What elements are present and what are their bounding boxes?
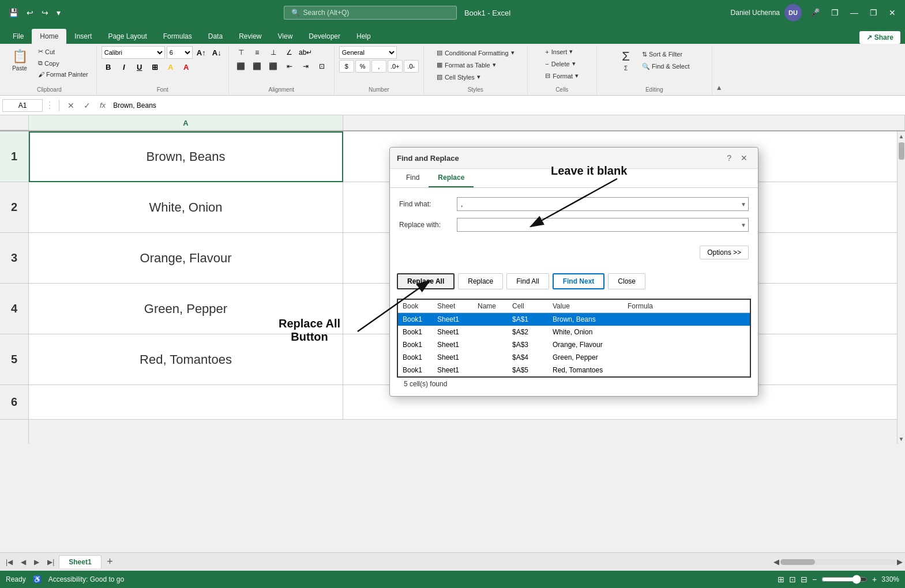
zoom-out-button[interactable]: −	[812, 575, 817, 584]
options-button[interactable]: Options >>	[700, 246, 749, 259]
cell-styles-button[interactable]: ▧ Cell Styles ▾	[433, 71, 519, 82]
find-next-button[interactable]: Find Next	[553, 273, 605, 289]
row-header-2[interactable]: 2	[0, 182, 28, 233]
cell-reference-box[interactable]	[2, 99, 43, 112]
decrease-indent-button[interactable]: ⇤	[282, 60, 297, 73]
scroll-down-arrow[interactable]: ▼	[897, 434, 905, 444]
collapse-ribbon-button[interactable]: ▲	[715, 82, 724, 95]
find-dropdown-arrow[interactable]: ▼	[741, 201, 746, 208]
find-replace-dialog[interactable]: Find and Replace ? ✕ Find Replace Find w…	[389, 147, 758, 397]
scroll-up-arrow[interactable]: ▲	[897, 131, 905, 141]
undo-button[interactable]: ↩	[24, 7, 36, 18]
scroll-track-h[interactable]	[780, 559, 896, 565]
last-sheet-button[interactable]: ▶|	[44, 557, 58, 567]
grow-font-button[interactable]: A↑	[194, 46, 208, 59]
result-row-4[interactable]: Book1 Sheet1 $A$5 Red, Tomantoes	[398, 364, 750, 376]
normal-view-button[interactable]: ⊞	[778, 575, 784, 584]
format-as-table-button[interactable]: ▦ Format as Table ▾	[433, 59, 519, 70]
next-sheet-button[interactable]: ▶	[31, 557, 43, 567]
search-box[interactable]: 🔍	[284, 6, 457, 20]
left-align-button[interactable]: ⬛	[234, 60, 249, 73]
format-painter-button[interactable]: 🖌 Format Painter	[35, 69, 92, 80]
row-header-5[interactable]: 5	[0, 334, 28, 385]
middle-align-button[interactable]: ≡	[250, 46, 265, 59]
bold-button[interactable]: B	[102, 61, 115, 73]
angle-text-button[interactable]: ∠	[282, 46, 297, 59]
close-button[interactable]: ✕	[885, 7, 899, 18]
format-button[interactable]: ⊟ Format ▾	[541, 70, 583, 81]
tab-page-layout[interactable]: Page Layout	[100, 29, 155, 44]
first-sheet-button[interactable]: |◀	[2, 557, 16, 567]
add-sheet-button[interactable]: +	[103, 555, 118, 570]
confirm-formula-button[interactable]: ✓	[80, 100, 94, 111]
replace-dropdown-arrow[interactable]: ▼	[741, 222, 746, 228]
shrink-font-button[interactable]: A↓	[210, 46, 224, 59]
row-header-3[interactable]: 3	[0, 233, 28, 284]
tab-file[interactable]: File	[5, 29, 32, 44]
find-all-button[interactable]: Find All	[506, 273, 549, 289]
dialog-help-button[interactable]: ?	[723, 152, 735, 164]
tab-review[interactable]: Review	[231, 29, 269, 44]
maximize-button[interactable]: ❐	[866, 7, 881, 18]
tab-home[interactable]: Home	[32, 29, 66, 44]
cancel-formula-button[interactable]: ✕	[64, 100, 78, 111]
bottom-align-button[interactable]: ⊥	[266, 46, 281, 59]
find-what-input[interactable]	[457, 197, 749, 211]
tab-data[interactable]: Data	[200, 29, 231, 44]
tab-insert[interactable]: Insert	[66, 29, 100, 44]
cut-button[interactable]: ✂ Cut	[35, 46, 92, 57]
right-align-button[interactable]: ⬛	[266, 60, 281, 73]
replace-button[interactable]: Replace	[458, 273, 503, 289]
decimal-increase-button[interactable]: .0+	[388, 60, 403, 73]
decimal-decrease-button[interactable]: .0-	[404, 60, 419, 73]
font-name-select[interactable]: Calibri	[102, 46, 165, 59]
dialog-close-icon-button[interactable]: ✕	[737, 152, 751, 164]
tab-developer[interactable]: Developer	[301, 29, 348, 44]
borders-button[interactable]: ⊞	[148, 61, 162, 73]
cell-a4[interactable]: Green, Pepper	[29, 284, 343, 334]
cell-a1[interactable]: Brown, Beans	[29, 131, 343, 182]
underline-button[interactable]: U	[133, 61, 147, 73]
result-row-2[interactable]: Book1 Sheet1 $A$3 Orange, Flavour	[398, 338, 750, 351]
tab-view[interactable]: View	[270, 29, 301, 44]
comma-button[interactable]: ,	[371, 60, 386, 73]
page-layout-view-button[interactable]: ⊡	[789, 575, 796, 584]
page-break-view-button[interactable]: ⊟	[801, 575, 808, 584]
fill-color-button[interactable]: A	[164, 61, 178, 73]
replace-all-button[interactable]: Replace All	[397, 273, 455, 289]
minimize-button[interactable]: —	[847, 7, 862, 18]
scroll-track-v[interactable]	[898, 141, 905, 434]
find-select-button[interactable]: 🔍 Find & Select	[639, 61, 693, 72]
paste-button[interactable]: 📋 Paste	[7, 46, 32, 74]
percent-button[interactable]: %	[355, 60, 370, 73]
currency-button[interactable]: $	[339, 60, 354, 73]
conditional-formatting-button[interactable]: ▤ Conditional Formatting ▾	[433, 47, 519, 58]
center-align-button[interactable]: ⬛	[250, 60, 265, 73]
cell-a5[interactable]: Red, Tomantoes	[29, 334, 343, 385]
replace-with-input[interactable]	[457, 218, 749, 232]
restore-window-button[interactable]: ❐	[828, 7, 842, 18]
result-row-0[interactable]: Book1 Sheet1 $A$1 Brown, Beans	[398, 313, 750, 326]
result-row-3[interactable]: Book1 Sheet1 $A$4 Green, Pepper	[398, 351, 750, 364]
zoom-in-button[interactable]: +	[872, 575, 877, 584]
wrap-text-button[interactable]: ab↵	[298, 46, 313, 59]
increase-indent-button[interactable]: ⇥	[298, 60, 313, 73]
font-color-button[interactable]: A	[179, 61, 193, 73]
scroll-thumb-h[interactable]	[780, 559, 815, 565]
copy-button[interactable]: ⧉ Copy	[35, 58, 92, 69]
insert-button[interactable]: + Insert ▾	[541, 46, 583, 57]
sheet-tab-sheet1[interactable]: Sheet1	[59, 555, 101, 568]
close-dialog-button[interactable]: Close	[608, 273, 645, 289]
save-button[interactable]: 💾	[6, 7, 21, 18]
font-size-select[interactable]: 6	[167, 46, 193, 59]
row-header-6[interactable]: 6	[0, 385, 28, 420]
cell-a6[interactable]	[29, 385, 343, 420]
redo-button[interactable]: ↪	[39, 7, 51, 18]
scroll-right-arrow[interactable]: ▶	[897, 557, 903, 566]
row-header-4[interactable]: 4	[0, 284, 28, 334]
cell-a3[interactable]: Orange, Flavour	[29, 233, 343, 284]
dialog-tab-replace[interactable]: Replace	[429, 169, 474, 187]
row-header-1[interactable]: 1	[0, 131, 28, 182]
dialog-tab-find[interactable]: Find	[397, 169, 429, 187]
vertical-scrollbar[interactable]: ▲ ▼	[897, 131, 905, 444]
